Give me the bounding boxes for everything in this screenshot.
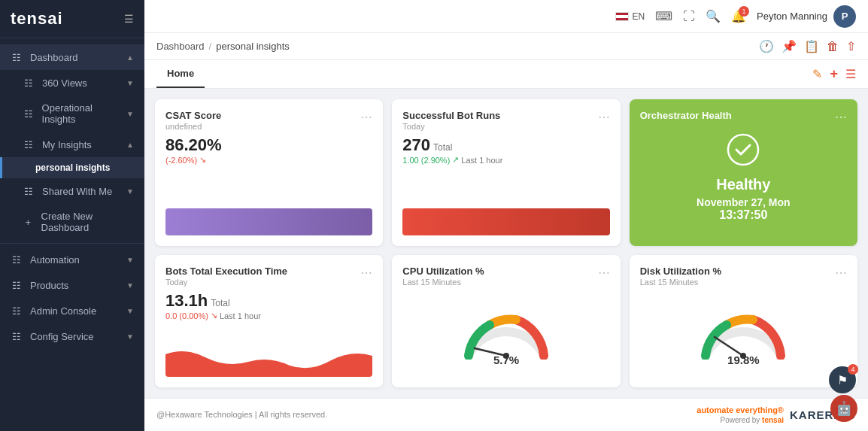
monitor-icon: ☷: [23, 185, 35, 197]
clock-icon[interactable]: 🕐: [759, 39, 774, 53]
footer-copyright: @Hexaware Technologies | All rights rese…: [156, 410, 327, 419]
dashboard-icon: ☷: [11, 51, 23, 63]
bots-exec-chart: [165, 339, 372, 377]
delete-icon[interactable]: 🗑: [827, 40, 839, 53]
sidebar-item-create-dashboard[interactable]: + Create New Dashboard: [0, 204, 144, 240]
chart-icon: ☷: [23, 108, 35, 120]
orchestrator-menu-icon[interactable]: ⋯: [835, 110, 847, 124]
card-orchestrator: Orchestrator Health ⋯ Healthy November 2…: [630, 99, 857, 246]
csat-subtitle: undefined: [165, 122, 221, 131]
share-icon[interactable]: ⇧: [846, 39, 856, 53]
sidebar-item-my-insights[interactable]: ☷ My Insights ▲: [0, 132, 144, 157]
user-avatar: P: [833, 5, 856, 28]
chevron-down-icon: ▼: [126, 307, 134, 315]
card-disk: Disk Utilization % Last 15 Minutes ⋯: [630, 255, 857, 387]
bot-runs-title: Successful Bot Runs: [402, 110, 500, 121]
language-selector[interactable]: EN: [615, 11, 645, 22]
sidebar: tensai ☰ ☷ Dashboard ▲ ☷ 360 Views: [0, 0, 144, 431]
chevron-down-icon: ▼: [126, 187, 134, 196]
health-check-icon: [640, 133, 847, 173]
tab-home[interactable]: Home: [156, 60, 205, 88]
user-profile[interactable]: Peyton Manning P: [757, 5, 856, 28]
disk-menu-icon[interactable]: ⋯: [835, 266, 847, 280]
arrow-down-icon: ↘: [211, 311, 217, 320]
chat-fab[interactable]: ⚑ 4: [829, 366, 856, 393]
chevron-down-icon: ▼: [126, 110, 134, 118]
fullscreen-icon[interactable]: ⛶: [683, 10, 695, 23]
sidebar-logo: tensai ☰: [0, 0, 144, 38]
insight-icon: ☷: [23, 138, 35, 150]
app-logo: tensai: [11, 9, 63, 29]
chevron-right-icon: ▼: [126, 79, 134, 87]
notification-bell[interactable]: 🔔 1: [731, 9, 746, 23]
search-icon[interactable]: 🔍: [706, 9, 721, 23]
chevron-up-icon: ▲: [126, 53, 134, 62]
edit-icon[interactable]: ✎: [812, 67, 822, 81]
csat-chart-bar: [165, 208, 372, 235]
tab-actions: ✎ + ☰: [812, 66, 856, 82]
chevron-up-icon: ▲: [126, 141, 134, 149]
bots-exec-title: Bots Total Execution Time: [165, 266, 287, 277]
arrow-up-icon: ↗: [452, 155, 459, 165]
orchestrator-date: November 27, Mon: [640, 196, 847, 208]
sidebar-item-operational-insights[interactable]: ☷ Operational Insights ▼: [0, 96, 144, 132]
fab-badge: 4: [848, 364, 858, 375]
bots-exec-value: 13.1h: [165, 291, 208, 311]
cpu-title: CPU Utilization %: [402, 266, 484, 277]
font-size-icon[interactable]: ⌨: [655, 9, 672, 23]
add-icon[interactable]: +: [830, 66, 838, 82]
automation-icon: ☷: [11, 253, 23, 266]
breadcrumb: Dashboard / personal insights: [156, 41, 290, 52]
chat-icon: ⚑: [837, 373, 848, 387]
card-bot-runs: Successful Bot Runs Today ⋯ 270 Total 1.…: [392, 99, 620, 246]
sidebar-nav: ☷ Dashboard ▲ ☷ 360 Views ▼ ☷: [0, 38, 144, 431]
disk-gauge: 19.8%: [640, 290, 847, 376]
csat-menu-icon[interactable]: ⋯: [360, 110, 372, 124]
chevron-down-icon: ▼: [126, 256, 134, 264]
bot-runs-chart-bar: [402, 208, 609, 235]
footer-tensai: tensai: [762, 416, 784, 424]
pin-icon[interactable]: 📌: [782, 39, 797, 53]
sidebar-item-config-service[interactable]: ☷ Config Service ▼: [0, 323, 144, 349]
sidebar-item-admin-console[interactable]: ☷ Admin Console ▼: [0, 298, 144, 323]
plus-icon: +: [23, 216, 34, 228]
copy-icon[interactable]: 📋: [804, 39, 819, 53]
card-bots-execution: Bots Total Execution Time Today ⋯ 13.1h …: [155, 255, 383, 387]
hamburger-icon[interactable]: ☰: [124, 13, 134, 25]
bot-icon[interactable]: 🤖: [830, 395, 857, 422]
sidebar-subitem-personal-insights[interactable]: personal insights: [0, 157, 144, 178]
arrow-down-icon: ↘: [199, 155, 206, 165]
notification-badge: 1: [739, 6, 749, 17]
sidebar-item-shared-with-me[interactable]: ☷ Shared With Me ▼: [0, 178, 144, 204]
breadcrumb-bar: Dashboard / personal insights 🕐 📌 📋 🗑 ⇧: [144, 33, 868, 60]
user-name: Peyton Manning: [757, 11, 827, 22]
menu-lines-icon[interactable]: ☰: [845, 67, 856, 81]
dashboard-grid: CSAT Score undefined ⋯ 86.20% (-2.60%) ↘: [144, 89, 868, 398]
admin-icon: ☷: [11, 305, 23, 317]
nav-section-dashboard: ☷ Dashboard ▲ ☷ 360 Views ▼ ☷: [0, 44, 144, 240]
orchestrator-title: Orchestrator Health: [640, 110, 732, 121]
cpu-menu-icon[interactable]: ⋯: [598, 266, 610, 280]
orchestrator-time: 13:37:50: [640, 208, 847, 222]
breadcrumb-separator: /: [209, 41, 212, 52]
bots-exec-menu-icon[interactable]: ⋯: [360, 266, 372, 280]
bot-runs-menu-icon[interactable]: ⋯: [598, 110, 610, 124]
card-csat: CSAT Score undefined ⋯ 86.20% (-2.60%) ↘: [155, 99, 383, 246]
chevron-down-icon: ▼: [126, 281, 134, 290]
bot-runs-subtitle: Today: [402, 122, 500, 131]
chevron-down-icon: ▼: [126, 332, 134, 341]
orchestrator-status: Healthy: [640, 176, 847, 193]
sidebar-item-dashboard[interactable]: ☷ Dashboard ▲: [0, 44, 144, 70]
bot-runs-change: 1.00 (2.90%) ↗ Last 1 hour: [402, 155, 609, 165]
disk-gauge-value: 19.8%: [727, 354, 760, 366]
sidebar-item-products[interactable]: ☷ Products ▼: [0, 272, 144, 298]
cpu-subtitle: Last 15 Minutes: [402, 278, 484, 287]
bots-exec-unit: Total: [211, 298, 229, 308]
sidebar-item-automation[interactable]: ☷ Automation ▼: [0, 247, 144, 272]
disk-gauge-svg: [698, 307, 788, 360]
breadcrumb-actions: 🕐 📌 📋 🗑 ⇧: [759, 39, 856, 53]
sidebar-item-360-views[interactable]: ☷ 360 Views ▼: [0, 70, 144, 96]
breadcrumb-root[interactable]: Dashboard: [156, 41, 205, 52]
flag-icon: [615, 12, 629, 21]
disk-title: Disk Utilization %: [640, 266, 721, 277]
